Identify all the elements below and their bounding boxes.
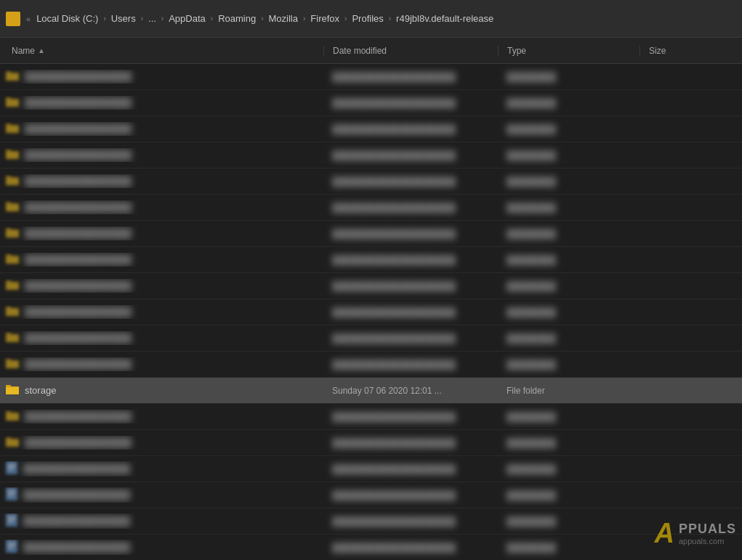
- folder-icon: [6, 148, 19, 162]
- table-row[interactable]: ████████████████████████████████████████…: [0, 90, 742, 116]
- folder-icon: [6, 410, 19, 423]
- file-name-text: ████████████████: [23, 490, 130, 500]
- breadcrumb-arrow-4: ›: [211, 15, 213, 23]
- table-row[interactable]: ████████████████████████████████████████…: [0, 456, 742, 482]
- file-row-type: ████████: [498, 307, 640, 317]
- file-row-name: ████████████████: [0, 461, 323, 476]
- file-name-text: ████████████████: [25, 359, 132, 370]
- breadcrumb-roaming[interactable]: Roaming: [215, 12, 259, 25]
- file-row-type: ████████: [498, 333, 640, 344]
- col-name-header[interactable]: Name ▲: [0, 46, 323, 56]
- file-row-date: ████████████████████: [323, 464, 498, 474]
- file-row-date: ████████████████████: [323, 307, 498, 317]
- breadcrumb-arrow-7: ›: [344, 15, 347, 23]
- breadcrumb-appdata[interactable]: AppData: [166, 12, 209, 25]
- breadcrumb-profile-folder[interactable]: r49jbl8v.default-release: [393, 12, 496, 25]
- col-type-header[interactable]: Type: [498, 46, 640, 56]
- file-row-date: ████████████████████: [323, 333, 498, 344]
- file-row-type: ████████: [498, 360, 640, 370]
- table-row[interactable]: ████████████████████████████████████████…: [0, 64, 742, 90]
- table-row[interactable]: storageSunday 07 06 2020 12:01 ...File f…: [0, 378, 742, 404]
- file-name-text: ████████████████: [25, 280, 132, 291]
- table-row[interactable]: ████████████████████████████████████████…: [0, 352, 742, 378]
- file-row-name: ████████████████: [0, 436, 323, 450]
- svg-rect-0: [6, 461, 17, 474]
- file-row-type: ████████: [498, 98, 640, 108]
- file-row-name: ████████████████: [0, 357, 323, 371]
- table-row[interactable]: ████████████████████████████████████████…: [0, 482, 742, 508]
- folder-icon: [6, 174, 19, 188]
- breadcrumb-mozilla[interactable]: Mozilla: [266, 12, 301, 25]
- table-row[interactable]: ████████████████████████████████████████…: [0, 273, 742, 299]
- file-row-date: ████████████████████: [323, 150, 498, 161]
- table-row[interactable]: ████████████████████████████████████████…: [0, 247, 742, 273]
- file-row-type: ████████: [498, 438, 640, 448]
- table-row[interactable]: ████████████████████████████████████████…: [0, 299, 742, 325]
- file-name-text: ████████████████: [23, 542, 130, 553]
- svg-rect-8: [6, 514, 17, 527]
- folder-icon: [6, 279, 19, 293]
- col-name-label: Name: [12, 46, 35, 56]
- breadcrumb-sep-0: «: [26, 15, 31, 23]
- breadcrumb-local-disk[interactable]: Local Disk (C:): [33, 12, 101, 25]
- breadcrumb-user[interactable]: ...: [145, 12, 159, 25]
- table-row[interactable]: ████████████████████████████████████████…: [0, 404, 742, 430]
- table-row[interactable]: ████████████████████████████████████████…: [0, 221, 742, 247]
- folder-icon: [6, 384, 19, 397]
- file-row-name: ████████████████: [0, 540, 323, 555]
- breadcrumb-profiles[interactable]: Profiles: [349, 12, 386, 25]
- file-row-name: ████████████████: [0, 122, 323, 136]
- breadcrumb-arrow-3: ›: [161, 15, 164, 23]
- file-row-type: ████████: [498, 72, 640, 82]
- file-name-text: ████████████████: [25, 307, 132, 317]
- file-row-date: Sunday 07 06 2020 12:01 ...: [323, 386, 498, 396]
- file-row-date: ████████████████████: [323, 490, 498, 500]
- file-row-date: ████████████████████: [323, 438, 498, 448]
- file-row-name: ████████████████: [0, 487, 323, 503]
- folder-icon: [6, 357, 19, 371]
- file-name-text: ████████████████: [25, 123, 132, 134]
- file-icon: [6, 514, 17, 529]
- folder-icon: [6, 200, 19, 214]
- file-name-text: ████████████████: [25, 333, 132, 344]
- file-row-name: ████████████████: [0, 279, 323, 293]
- table-row[interactable]: ████████████████████████████████████████…: [0, 325, 742, 352]
- table-row[interactable]: ████████████████████████████████████████…: [0, 169, 742, 195]
- breadcrumb-users[interactable]: Users: [108, 12, 139, 25]
- file-row-name: ████████████████: [0, 331, 323, 345]
- file-row-name: ████████████████: [0, 200, 323, 214]
- file-name-text: ████████████████: [25, 176, 132, 187]
- file-name-text: ████████████████: [25, 411, 132, 422]
- table-row[interactable]: ████████████████████████████████████████…: [0, 195, 742, 221]
- file-name-text: ████████████████: [25, 71, 132, 82]
- file-row-name: storage: [0, 384, 323, 397]
- file-name-text: ████████████████: [25, 228, 132, 239]
- breadcrumb-bar: « Local Disk (C:) › Users › ... › AppDat…: [0, 0, 742, 38]
- breadcrumb-firefox[interactable]: Firefox: [307, 12, 342, 25]
- file-row-type: ████████: [498, 255, 640, 265]
- table-row[interactable]: ████████████████████████████████████████…: [0, 142, 742, 169]
- file-row-type: ████████: [498, 176, 640, 187]
- file-row-date: ████████████████████: [323, 203, 498, 213]
- col-date-header[interactable]: Date modified: [323, 46, 498, 56]
- file-row-date: ████████████████████: [323, 255, 498, 265]
- file-icon: [6, 487, 17, 503]
- file-list: ████████████████████████████████████████…: [0, 64, 742, 560]
- file-icon: [6, 540, 17, 555]
- file-row-date: ████████████████████: [323, 72, 498, 82]
- file-row-type: ████████: [498, 124, 640, 134]
- breadcrumb-folder-icon: [6, 12, 20, 26]
- col-size-header[interactable]: Size: [640, 46, 742, 56]
- table-row[interactable]: ████████████████████████████████████████…: [0, 430, 742, 456]
- table-row[interactable]: ████████████████████████████████████████…: [0, 116, 742, 142]
- file-row-date: ████████████████████: [323, 412, 498, 422]
- folder-icon: [6, 122, 19, 136]
- column-headers: Name ▲ Date modified Type Size: [0, 38, 742, 64]
- file-row-name: ████████████████: [0, 514, 323, 529]
- file-row-type: ████████: [498, 150, 640, 161]
- file-name-text: ████████████████: [25, 437, 132, 448]
- file-row-date: ████████████████████: [323, 543, 498, 553]
- file-name-text: storage: [25, 385, 56, 396]
- file-name-text: ████████████████: [25, 202, 132, 213]
- svg-rect-4: [6, 487, 17, 500]
